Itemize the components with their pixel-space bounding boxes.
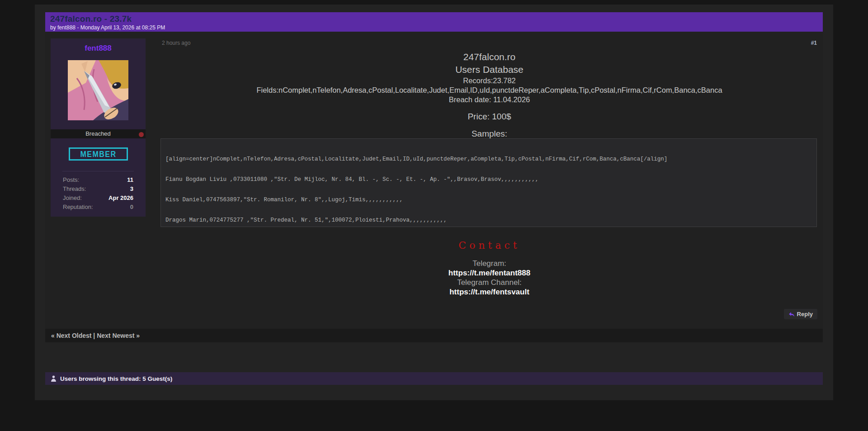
- telegram-channel-link[interactable]: https://t.me/fentsvault: [160, 287, 818, 297]
- price-line: Price: 100$: [160, 112, 818, 122]
- telegram-channel-label: Telegram Channel:: [160, 278, 818, 287]
- stat-row-joined: Joined: Apr 2026: [63, 193, 133, 202]
- reply-button[interactable]: Reply: [784, 309, 817, 319]
- stat-row-reputation: Reputation: 0: [63, 202, 133, 211]
- status-label: Breached: [85, 130, 111, 137]
- red-status-dot-icon: [139, 132, 144, 137]
- post-container: fent888 Breached: [45, 32, 823, 329]
- reply-button-label: Reply: [797, 311, 813, 317]
- heading-line: 247falcon.ro: [160, 51, 818, 63]
- contact-heading: Contact: [160, 240, 818, 251]
- thread-header: 247falcon.ro - 23.7k by fent888 - Monday…: [45, 12, 823, 32]
- avatar[interactable]: [68, 60, 128, 120]
- status-band: Breached: [51, 129, 146, 138]
- code-line: Fianu Bogdan Liviu ,0733011080 ,"Str. De…: [165, 176, 812, 183]
- stat-row-threads: Threads: 3: [63, 184, 133, 193]
- thread-title: 247falcon.ro - 23.7k: [50, 14, 823, 24]
- post-number-link[interactable]: #1: [811, 40, 817, 46]
- code-line: Kiss Daniel,0747563897,"Str. Romanilor, …: [165, 197, 812, 204]
- post-timestamp: 2 hours ago: [162, 40, 190, 46]
- profile-divider: [62, 171, 134, 171]
- thread-navigation-bar: « Next Oldest | Next Newest »: [45, 329, 823, 342]
- user-silhouette-icon: [51, 375, 57, 382]
- heading-line: Records:23.782: [160, 76, 818, 85]
- prev-next-links[interactable]: « Next Oldest | Next Newest »: [51, 332, 140, 339]
- samples-code-block: [align=center]nComplet,nTelefon,Adresa,c…: [160, 138, 817, 227]
- code-line: Dragos Marin,0724775277 ,"Str. Predeal, …: [165, 217, 812, 224]
- code-line: [align=center]nComplet,nTelefon,Adresa,c…: [165, 156, 812, 163]
- stat-row-posts: Posts: 11: [63, 175, 133, 184]
- contact-block: Telegram: https://t.me/fentant888 Telegr…: [160, 259, 818, 297]
- heading-line: Fields:nComplet,nTelefon,Adresa,cPostal,…: [160, 85, 818, 95]
- post-heading: 247falcon.ro Users Database Records:23.7…: [160, 51, 818, 139]
- reply-arrow-icon: [788, 311, 795, 317]
- profile-stats: Posts: 11 Threads: 3 Joined: Apr 2026 Re…: [63, 175, 133, 211]
- telegram-link[interactable]: https://t.me/fentant888: [160, 268, 818, 278]
- member-badge: MEMBER: [69, 147, 128, 161]
- heading-line: Users Database: [160, 63, 818, 76]
- telegram-label: Telegram:: [160, 259, 818, 268]
- username-link[interactable]: fent888: [51, 38, 146, 53]
- page-content: 247falcon.ro - 23.7k by fent888 - Monday…: [35, 5, 833, 400]
- member-badge-label: MEMBER: [80, 148, 116, 160]
- heading-line: Breach date: 11.04.2026: [160, 95, 818, 104]
- samples-label: Samples:: [160, 129, 818, 139]
- users-browsing-bar: Users browsing this thread: 5 Guest(s): [45, 372, 823, 385]
- thread-byline: by fent888 - Monday April 13, 2026 at 08…: [50, 24, 823, 31]
- author-profile-card: fent888 Breached: [51, 38, 146, 217]
- users-browsing-label: Users browsing this thread: 5 Guest(s): [60, 375, 172, 382]
